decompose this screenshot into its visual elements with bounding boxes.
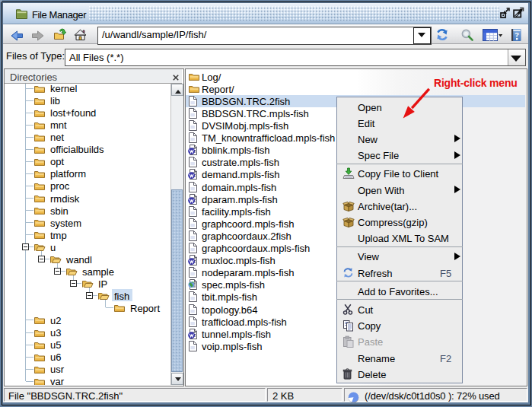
svg-text:?: ? [514, 30, 519, 39]
